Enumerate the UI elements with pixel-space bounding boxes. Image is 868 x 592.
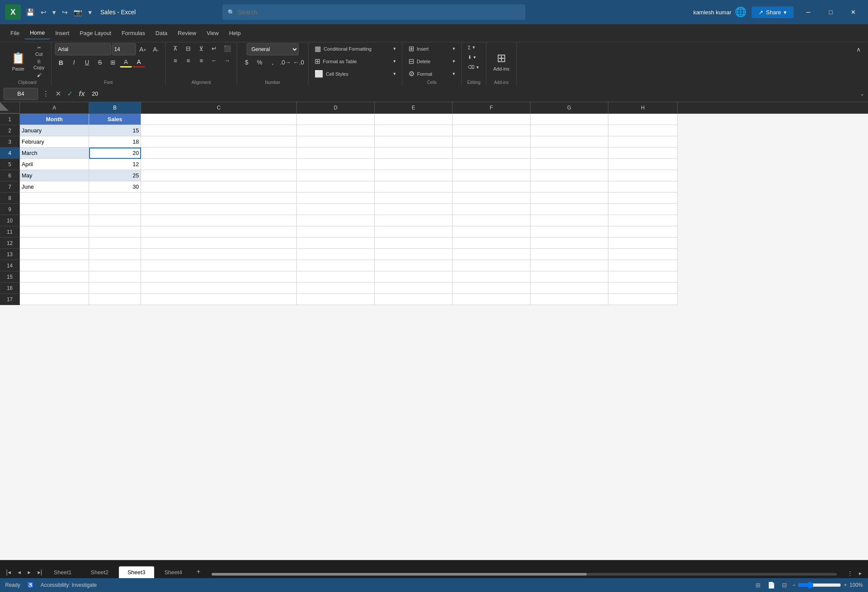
cell-c2[interactable] bbox=[141, 125, 297, 136]
strikethrough-button[interactable]: S bbox=[94, 57, 106, 68]
col-header-d[interactable]: D bbox=[297, 102, 375, 113]
cell-f2[interactable] bbox=[453, 125, 530, 136]
paste-button[interactable]: 📋 Paste bbox=[7, 48, 29, 75]
cell-g2[interactable] bbox=[530, 125, 608, 136]
row-header-2[interactable]: 2 bbox=[0, 125, 20, 136]
insert-button[interactable]: ⊞ Insert ▾ bbox=[406, 43, 458, 54]
corner-cell[interactable] bbox=[0, 102, 20, 113]
sheet-tab-sheet1[interactable]: Sheet1 bbox=[45, 566, 80, 578]
cell-h17[interactable] bbox=[608, 294, 678, 305]
row-header-6[interactable]: 6 bbox=[0, 170, 20, 181]
cell-h10[interactable] bbox=[608, 215, 678, 226]
cell-e15[interactable] bbox=[375, 271, 453, 283]
cell-styles-button[interactable]: ⬜ Cell Styles ▾ bbox=[312, 68, 399, 79]
cell-d16[interactable] bbox=[297, 283, 375, 294]
cell-a5[interactable]: April bbox=[20, 159, 89, 170]
percent-button[interactable]: % bbox=[254, 57, 266, 68]
format-as-table-button[interactable]: ⊞ Format as Table ▾ bbox=[312, 56, 399, 67]
cell-c7[interactable] bbox=[141, 181, 297, 193]
cell-f9[interactable] bbox=[453, 204, 530, 215]
copy-button[interactable]: ⎘ Copy bbox=[30, 58, 48, 71]
cell-e4[interactable] bbox=[375, 148, 453, 159]
cell-d4[interactable] bbox=[297, 148, 375, 159]
formula-input[interactable] bbox=[89, 90, 857, 98]
col-header-b[interactable]: B bbox=[89, 102, 141, 113]
share-button[interactable]: ↗ Share ▾ bbox=[752, 6, 794, 18]
maximize-button[interactable]: □ bbox=[821, 4, 840, 20]
bold-button[interactable]: B bbox=[55, 57, 67, 68]
cell-a2[interactable]: January bbox=[20, 125, 89, 136]
cell-c3[interactable] bbox=[141, 136, 297, 148]
cell-a8[interactable] bbox=[20, 193, 89, 204]
cell-h1[interactable] bbox=[608, 114, 678, 125]
cell-e6[interactable] bbox=[375, 170, 453, 181]
cell-c9[interactable] bbox=[141, 204, 297, 215]
cell-a16[interactable] bbox=[20, 283, 89, 294]
right-align-button[interactable]: ≡ bbox=[195, 55, 207, 66]
scroll-right-button[interactable]: ▸ bbox=[856, 568, 865, 578]
cell-a7[interactable]: June bbox=[20, 181, 89, 193]
cell-h5[interactable] bbox=[608, 159, 678, 170]
row-header-12[interactable]: 12 bbox=[0, 238, 20, 249]
cell-b9[interactable] bbox=[89, 204, 141, 215]
cell-g8[interactable] bbox=[530, 193, 608, 204]
align-top-button[interactable]: ⊼ bbox=[169, 43, 181, 54]
cell-d7[interactable] bbox=[297, 181, 375, 193]
cell-b2[interactable]: 15 bbox=[89, 125, 141, 136]
fill-button[interactable]: ⬇ ▾ bbox=[465, 53, 482, 61]
cell-g11[interactable] bbox=[530, 226, 608, 238]
row-header-7[interactable]: 7 bbox=[0, 181, 20, 193]
cell-c15[interactable] bbox=[141, 271, 297, 283]
cell-c10[interactable] bbox=[141, 215, 297, 226]
cell-e7[interactable] bbox=[375, 181, 453, 193]
sheet-tab-sheet2[interactable]: Sheet2 bbox=[81, 566, 117, 578]
cell-d6[interactable] bbox=[297, 170, 375, 181]
cell-h2[interactable] bbox=[608, 125, 678, 136]
zoom-out-icon[interactable]: − bbox=[792, 582, 795, 588]
cell-h11[interactable] bbox=[608, 226, 678, 238]
cell-e2[interactable] bbox=[375, 125, 453, 136]
font-color-button[interactable]: A bbox=[133, 57, 145, 68]
menu-formulas[interactable]: Formulas bbox=[116, 27, 150, 39]
cell-d14[interactable] bbox=[297, 260, 375, 271]
conditional-formatting-button[interactable]: ▦ Conditional Formatting ▾ bbox=[312, 43, 399, 54]
enter-formula-button[interactable]: ✓ bbox=[65, 90, 74, 98]
row-header-17[interactable]: 17 bbox=[0, 294, 20, 305]
cell-d5[interactable] bbox=[297, 159, 375, 170]
tab-next-button[interactable]: ▸ bbox=[25, 568, 33, 576]
comma-button[interactable]: , bbox=[267, 57, 279, 68]
cell-c11[interactable] bbox=[141, 226, 297, 238]
menu-review[interactable]: Review bbox=[173, 27, 202, 39]
col-header-f[interactable]: F bbox=[453, 102, 530, 113]
col-header-e[interactable]: E bbox=[375, 102, 453, 113]
col-header-g[interactable]: G bbox=[530, 102, 608, 113]
search-input[interactable] bbox=[238, 9, 520, 16]
cell-g17[interactable] bbox=[530, 294, 608, 305]
undo-button[interactable]: ↩ bbox=[39, 7, 48, 17]
cell-f5[interactable] bbox=[453, 159, 530, 170]
menu-insert[interactable]: Insert bbox=[50, 27, 75, 39]
cell-c12[interactable] bbox=[141, 238, 297, 249]
cell-c6[interactable] bbox=[141, 170, 297, 181]
cell-b4[interactable]: 20 bbox=[89, 148, 141, 159]
col-header-c[interactable]: C bbox=[141, 102, 297, 113]
underline-button[interactable]: U bbox=[81, 57, 93, 68]
cell-a3[interactable]: February bbox=[20, 136, 89, 148]
center-align-button[interactable]: ≡ bbox=[182, 55, 194, 66]
cell-h7[interactable] bbox=[608, 181, 678, 193]
cell-e17[interactable] bbox=[375, 294, 453, 305]
cell-g6[interactable] bbox=[530, 170, 608, 181]
redo-button[interactable]: ↪ bbox=[60, 7, 69, 17]
cell-g13[interactable] bbox=[530, 249, 608, 260]
indent-button[interactable]: → bbox=[221, 55, 233, 66]
row-header-13[interactable]: 13 bbox=[0, 249, 20, 260]
cell-b11[interactable] bbox=[89, 226, 141, 238]
cell-b8[interactable] bbox=[89, 193, 141, 204]
cell-f8[interactable] bbox=[453, 193, 530, 204]
row-header-1[interactable]: 1 bbox=[0, 114, 20, 125]
ribbon-collapse-button[interactable]: ∧ bbox=[852, 44, 865, 55]
cell-f4[interactable] bbox=[453, 148, 530, 159]
cell-g12[interactable] bbox=[530, 238, 608, 249]
accessibility-status[interactable]: Accessibility: Investigate bbox=[41, 582, 97, 588]
cell-b17[interactable] bbox=[89, 294, 141, 305]
